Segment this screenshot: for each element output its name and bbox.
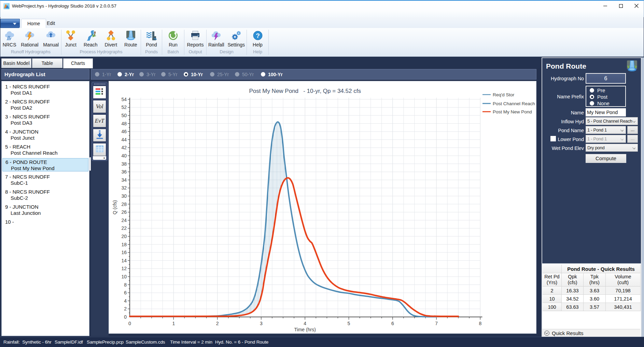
ribbon-button-route[interactable]: Route xyxy=(124,29,137,47)
ribbon-button-nrcs[interactable]: NRCS xyxy=(3,29,16,47)
app-icon xyxy=(3,3,10,9)
data-cell: 63.63 xyxy=(562,303,584,311)
return-period-2-yr[interactable]: 2-Yr xyxy=(117,69,134,79)
quick-results-expander[interactable]: Quick Results xyxy=(542,329,640,337)
ribbon-button-label: Rainfall xyxy=(208,42,224,47)
y-tick-label: 22 xyxy=(121,225,127,231)
panel-title: Pond Route xyxy=(546,62,586,70)
radio-icon xyxy=(261,72,265,77)
maximize-button[interactable] xyxy=(613,1,629,11)
prefix-radio-post[interactable]: Post xyxy=(590,94,607,100)
list-item[interactable]: 5 - REACHPost Channel Reach xyxy=(2,143,88,156)
hydrograph-list-header: Hydrograph List xyxy=(1,69,89,80)
cloud-lightning-purple-icon xyxy=(211,30,222,41)
ribbon-group-label: Help xyxy=(247,49,268,54)
name-input[interactable] xyxy=(586,108,626,116)
list-item[interactable]: 8 - NRCS RUNOFFSubC-2 xyxy=(2,188,88,202)
y-tick-label: 24 xyxy=(121,218,127,223)
view-tab-basin-model[interactable]: Basin Model xyxy=(1,58,31,68)
list-item[interactable]: 10 - xyxy=(2,218,88,232)
ribbon-button-label: Reports xyxy=(187,42,204,47)
hydrograph-name: Post DA1 xyxy=(5,90,88,96)
ribbon: NRCSRationalManualRunoff HydrographsJunc… xyxy=(0,28,644,57)
ribbon-button-junct[interactable]: Junct xyxy=(65,29,76,47)
ribbon-button-reports[interactable]: Reports xyxy=(187,29,204,47)
download-arrow-icon xyxy=(95,129,105,141)
ribbon-button-run[interactable]: Run xyxy=(168,29,179,47)
radio-label: Pre xyxy=(597,87,605,93)
minimize-button[interactable] xyxy=(597,1,613,11)
y-tick-label: 2 xyxy=(124,306,127,311)
hydrograph-name: Post DA2 xyxy=(5,105,88,111)
hydrograph-no-field[interactable]: 6 xyxy=(586,73,626,84)
return-period-5-yr[interactable]: 5-Yr xyxy=(161,69,177,79)
y-tick-label: 48 xyxy=(121,121,127,126)
radio-label: 25-Yr xyxy=(217,72,229,77)
return-period-100-yr[interactable]: 100-Yr xyxy=(261,69,283,79)
return-period-10-yr[interactable]: 10-Yr xyxy=(184,69,203,79)
return-period-1-yr[interactable]: 1-Yr xyxy=(95,69,111,79)
x-tick-label: 3 xyxy=(260,321,263,326)
view-tab-charts[interactable]: Charts xyxy=(63,58,93,68)
pond-name-more-button[interactable]: ... xyxy=(627,126,638,134)
lower-pond-select[interactable]: 1 - Pond 1 xyxy=(586,135,626,143)
ribbon-tab-row: Home Edit xyxy=(0,17,644,28)
radio-icon xyxy=(117,72,122,77)
return-period-3-yr[interactable]: 3-Yr xyxy=(139,69,155,79)
app-menu-button[interactable] xyxy=(0,19,20,28)
ribbon-button-help[interactable]: Help xyxy=(252,29,263,47)
data-table-button[interactable] xyxy=(93,143,106,156)
column-header-line2: (hrs) xyxy=(589,280,600,286)
prefix-radio-none[interactable]: None xyxy=(590,100,610,106)
chart-legend-button[interactable] xyxy=(93,86,106,99)
y-tick-label: 32 xyxy=(121,185,127,191)
x-axis-label: Time (hrs) xyxy=(294,327,316,332)
radio-icon xyxy=(95,72,99,77)
ribbon-button-manual[interactable]: Manual xyxy=(43,29,59,47)
list-item[interactable]: 1 - NRCS RUNOFFPost DA1 xyxy=(2,83,88,96)
ribbon-group-design: RainfallSettingsDesign xyxy=(207,28,247,56)
toolbar-overflow[interactable]: ▸ xyxy=(93,156,106,160)
pond-name-select[interactable]: 1 - Pond 1 xyxy=(586,126,626,134)
ribbon-button-pond[interactable]: Pond xyxy=(146,29,157,47)
ribbon-group-label: Batch xyxy=(162,49,184,54)
toolbar-grip[interactable] xyxy=(94,83,106,85)
tab-edit[interactable]: Edit xyxy=(41,19,61,28)
list-item[interactable]: 6 - POND ROUTEPost My New Pond xyxy=(2,158,88,171)
return-period-25-yr[interactable]: 25-Yr xyxy=(210,69,229,79)
row-header-cell: 2 xyxy=(543,287,562,295)
close-button[interactable] xyxy=(629,1,644,11)
x-tick-label: 6 xyxy=(391,321,394,326)
column-header-text: Tpk(hrs) xyxy=(589,274,600,286)
ribbon-button-settings[interactable]: Settings xyxy=(227,29,245,47)
toolbar-button-label: Vol xyxy=(96,103,103,110)
radio-icon xyxy=(235,72,239,77)
view-tab-table[interactable]: Table xyxy=(32,58,62,68)
hydrograph-list: 1 - NRCS RUNOFFPost DA12 - NRCS RUNOFFPo… xyxy=(1,81,89,336)
list-item[interactable]: 2 - NRCS RUNOFFPost DA2 xyxy=(2,98,88,111)
list-item[interactable]: 4 - JUNCTIONPost Junct xyxy=(2,128,88,141)
chart-area: 0246810121416182022242628303234363840424… xyxy=(109,81,536,334)
ribbon-button-divert[interactable]: Divert xyxy=(105,29,117,47)
lower-pond-more-button[interactable]: ... xyxy=(627,135,638,143)
divert-icon xyxy=(106,30,116,41)
prefix-radio-pre[interactable]: Pre xyxy=(590,87,605,93)
list-item[interactable]: 3 - NRCS RUNOFFPost DA3 xyxy=(2,113,88,126)
radio-label: 5-Yr xyxy=(168,72,177,77)
ribbon-button-reach[interactable]: Reach xyxy=(84,29,97,47)
minimize-icon xyxy=(603,4,607,8)
evt-button[interactable]: EvT xyxy=(93,114,106,127)
ribbon-button-rainfall[interactable]: Rainfall xyxy=(208,29,224,47)
y-tick-label: 40 xyxy=(121,153,127,158)
column-header-line1: Volume xyxy=(615,274,631,280)
list-item[interactable]: 7 - NRCS RUNOFFSubC-1 xyxy=(2,173,88,186)
wet-pond-elev-select[interactable]: Dry pond xyxy=(586,144,638,152)
volume-button[interactable]: Vol xyxy=(93,100,106,113)
export-button[interactable] xyxy=(93,129,106,142)
return-period-50-yr[interactable]: 50-Yr xyxy=(235,69,254,79)
inflow-hyd-select[interactable]: 5 - Post Channel Reach xyxy=(586,117,638,125)
compute-button[interactable]: Compute xyxy=(586,154,626,163)
y-tick-label: 52 xyxy=(121,105,127,110)
ribbon-button-rational[interactable]: Rational xyxy=(21,29,38,47)
list-item[interactable]: 9 - JUNCTIONLast Junction xyxy=(2,203,88,217)
